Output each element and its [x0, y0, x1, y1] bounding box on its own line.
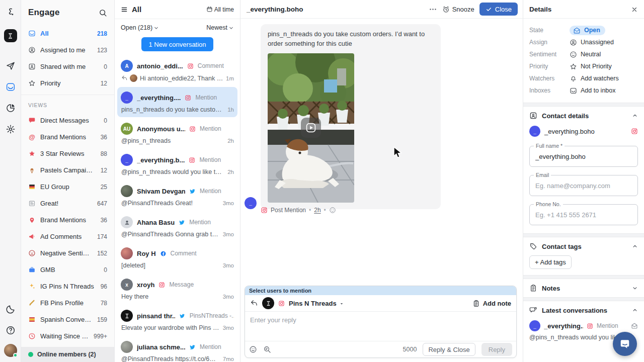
timestamp: 3mo	[223, 231, 234, 237]
sidebar-view-item[interactable]: Great! 647	[21, 195, 114, 212]
sidebar-item[interactable]: All 218	[21, 25, 114, 42]
message-video-thumbnail[interactable]	[268, 53, 354, 203]
contact-card-icon	[529, 112, 537, 120]
sidebar-view-item[interactable]: Waiting Since 2 Days 999+	[21, 328, 114, 344]
user-avatar[interactable]	[4, 344, 17, 357]
conversation-row[interactable]: Shivam Devgan Mention @PinsandThreads Gr…	[117, 180, 237, 211]
contact-tags-section[interactable]: Contact tags	[523, 237, 644, 255]
timestamp: 3mo	[223, 325, 234, 331]
conversation-row[interactable]: x xroyh Message Hey there 3mo	[117, 274, 237, 304]
sidebar-view-item[interactable]: Negative Sentiment 152	[21, 245, 114, 261]
instagram-icon	[587, 323, 593, 329]
engage-nav-button[interactable]	[0, 78, 21, 96]
detail-value[interactable]: Add to inbox	[570, 87, 616, 95]
message-meta: Post Mention • 2h •	[261, 207, 336, 214]
contact-field: Email	[529, 175, 638, 196]
conversation-row[interactable]: _ _everything.b... Mention @pins_n_threa…	[117, 149, 237, 179]
sidebar-item[interactable]: Priority 12	[21, 75, 114, 92]
detail-row: Sentiment Neutral	[529, 48, 638, 60]
conversation-row[interactable]: juliana schme... Mention @PinsandThreads…	[117, 336, 237, 362]
sidebar-view-item[interactable]: Direct Messages 0	[21, 112, 114, 129]
open-filter-dropdown[interactable]: Open (218)	[121, 24, 159, 31]
new-conversation-button[interactable]: 1 New conversation	[141, 37, 213, 51]
detail-value[interactable]: Not Priority	[570, 63, 612, 70]
theme-toggle-button[interactable]	[0, 301, 21, 318]
hamburger-icon	[121, 6, 128, 13]
sidebar-item[interactable]: Shared with me 0	[21, 58, 114, 75]
close-conversation-button[interactable]: Close	[479, 3, 518, 16]
chat-widget-button[interactable]	[613, 332, 637, 356]
conversation-row[interactable]: Roy H Comment [deleted] 3mo	[117, 243, 237, 273]
reply-and-close-button[interactable]: Reply & Close	[423, 343, 475, 356]
field-label: Full name *	[534, 143, 565, 149]
sidebar-view-item[interactable]: @ Brand Mentions 36	[21, 129, 114, 145]
detail-value[interactable]: Neutral	[570, 51, 601, 58]
timestamp: 3mo	[223, 200, 234, 206]
conversation-row[interactable]: Ahana Basu Mention @PinsandThreads Gonna…	[117, 212, 237, 242]
messenger-icon	[619, 338, 630, 349]
message-type-label: Comment	[171, 250, 197, 257]
settings-nav-button[interactable]	[0, 121, 21, 138]
view-icon	[28, 266, 36, 274]
sidebar-view-item[interactable]: 3 Star Reviews 88	[21, 145, 114, 162]
close-panel-button[interactable]	[631, 5, 638, 13]
sidebar-view-item[interactable]: IG Pins N Threads 96	[21, 278, 114, 295]
help-button[interactable]	[0, 322, 21, 339]
account-name: Pins N Threads	[289, 300, 337, 307]
snooze-button[interactable]: Snooze	[442, 6, 474, 13]
sidebar-view-item[interactable]: FB Pins Profile 78	[21, 295, 114, 311]
message-time[interactable]: 2h	[314, 207, 320, 214]
latest-conversations-section[interactable]: Latest conversations	[523, 301, 644, 319]
more-options-button[interactable]	[429, 5, 437, 13]
contact-field-input[interactable]	[529, 175, 638, 196]
add-tags-button[interactable]: + Add tags	[529, 255, 572, 269]
view-count: 88	[101, 150, 107, 157]
view-label: IG Pins N Threads	[40, 283, 96, 290]
contact-name: _everything...	[544, 322, 583, 330]
sidebar-view-item[interactable]: Brand Mentions 36	[21, 212, 114, 228]
sidebar-item[interactable]: Assigned to me 123	[21, 42, 114, 58]
contact-field-input[interactable]	[529, 204, 638, 225]
conversation-row[interactable]: _ _everything.... Mention pins_n_threads…	[117, 87, 237, 117]
message-type-label: Mention	[200, 125, 221, 132]
reply-mode-button[interactable]	[250, 299, 258, 308]
sidebar-view-item[interactable]: EU Group 25	[21, 178, 114, 195]
question-icon	[6, 325, 16, 335]
emoji-picker-button[interactable]	[249, 345, 257, 354]
notes-title: Notes	[542, 285, 627, 292]
app-title: Engage	[28, 8, 99, 18]
workspace-avatar[interactable]	[4, 29, 17, 42]
time-filter-button[interactable]: All time	[206, 6, 234, 13]
sentiment-face-icon[interactable]	[329, 207, 336, 214]
conversation-row[interactable]: pinsand thr... PinsNThreads -... Elevate…	[117, 305, 237, 335]
sidebar-view-item[interactable]: Spanish Conversations 159	[21, 311, 114, 328]
conversation-row[interactable]: AU Anonymous u... Mention @pins_n_thread…	[117, 118, 237, 148]
list-menu-button[interactable]	[121, 6, 128, 14]
sort-dropdown[interactable]: Newest	[206, 24, 234, 31]
instagram-icon	[278, 300, 285, 307]
sidebar-view-item[interactable]: GMB 0	[21, 261, 114, 278]
reports-nav-button[interactable]	[0, 100, 21, 117]
message-type-label: Message	[169, 281, 194, 288]
saved-replies-button[interactable]	[263, 345, 271, 354]
account-selector[interactable]: Pins N Threads	[289, 300, 344, 307]
detail-value[interactable]: Add watchers	[570, 75, 619, 82]
publish-nav-button[interactable]	[0, 57, 21, 74]
sidebar-item-icon	[28, 63, 36, 70]
divider	[523, 275, 644, 279]
conversation-row[interactable]: A antonio_eddi... Comment Hi antonio_edd…	[117, 55, 237, 86]
sidebar-view-item[interactable]: Ad Comments 174	[21, 228, 114, 245]
contact-field-input[interactable]	[529, 146, 638, 167]
contact-details-section[interactable]: Contact details	[523, 107, 644, 125]
notes-section[interactable]: Notes	[523, 279, 644, 297]
sidebar-view-item[interactable]: Pastels Campaign (UTM) 12	[21, 162, 114, 178]
online-members-bar[interactable]: Online members (2)	[21, 347, 114, 362]
reply-button[interactable]: Reply	[481, 343, 512, 356]
detail-value[interactable]: Unassigned	[570, 39, 614, 46]
add-note-button[interactable]: Add note	[472, 300, 511, 307]
avatar: x	[121, 279, 133, 291]
play-button[interactable]	[301, 118, 321, 138]
detail-value[interactable]: Open	[570, 26, 605, 35]
search-button[interactable]	[99, 8, 107, 17]
reply-input[interactable]	[245, 312, 516, 341]
